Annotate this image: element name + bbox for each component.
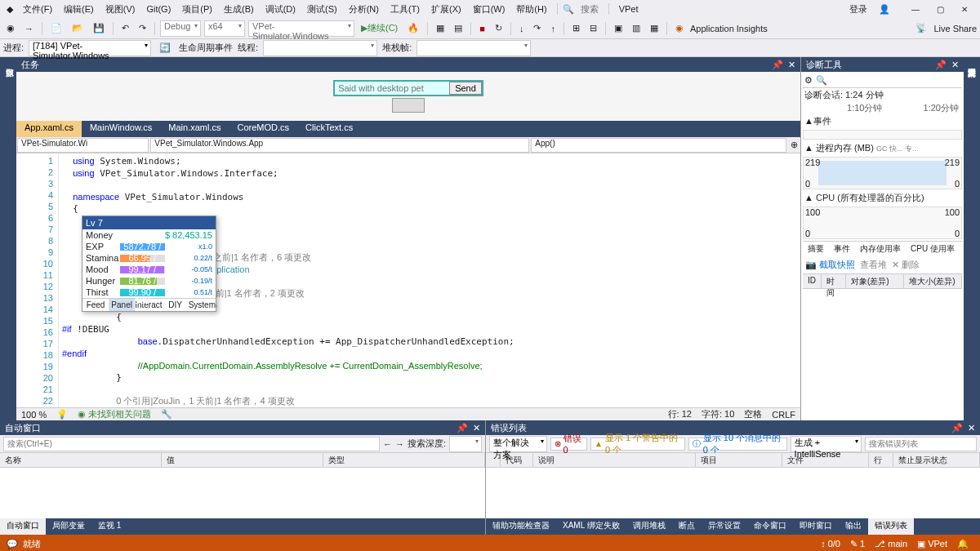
- search-box[interactable]: 搜索: [576, 2, 604, 17]
- menu-debug[interactable]: 调试(D): [261, 2, 301, 17]
- close-icon[interactable]: ✕: [951, 60, 959, 70]
- process-dropdown[interactable]: [7184] VPet-Simulator.Windows: [29, 40, 151, 56]
- nav-project[interactable]: VPet-Simulator.Wi: [17, 138, 149, 153]
- pin-icon[interactable]: 📌: [772, 60, 783, 70]
- errors-badge[interactable]: ⊗ 错误 0: [550, 438, 588, 451]
- build-dropdown[interactable]: 生成 + IntelliSense: [791, 436, 862, 452]
- lifecycle-icon[interactable]: 🔄: [156, 41, 174, 55]
- pin-icon[interactable]: 📌: [951, 423, 963, 433]
- info-badge[interactable]: ⓘ 显示 10 个消息中的 0 个: [688, 438, 787, 451]
- menu-help[interactable]: 帮助(H): [511, 2, 551, 17]
- repo-status[interactable]: ▣ VPet: [912, 539, 952, 549]
- step-out-icon[interactable]: ↑: [547, 22, 559, 35]
- startup-dropdown[interactable]: VPet-Simulator.Windows: [248, 20, 354, 37]
- errlist-body[interactable]: [486, 468, 980, 518]
- menu-view[interactable]: 视图(V): [100, 2, 140, 17]
- new-icon[interactable]: 📄: [47, 21, 65, 35]
- cpu-graph[interactable]: 10010000: [803, 207, 962, 239]
- vpet-stats-overlay[interactable]: Lv 7 Money$ 82,453.15 EXP5872.78 / 4900x…: [82, 216, 216, 312]
- continue-button[interactable]: ▶ 继续(C): [358, 20, 401, 36]
- vtab-r1[interactable]: 解决方案资源管理器: [964, 57, 978, 67]
- spanner-icon[interactable]: 🔧: [161, 409, 172, 420]
- warnings-badge[interactable]: ▲ 显示 1 个警告中的 0 个: [590, 438, 685, 451]
- vtab-1[interactable]: 数据源: [0, 57, 16, 67]
- pen-status[interactable]: ✎ 1: [845, 539, 870, 549]
- code-editor[interactable]: 1234567891011121314151617181920212223242…: [16, 153, 800, 407]
- app-insights[interactable]: Application Insights: [690, 24, 768, 33]
- events-graph[interactable]: [803, 130, 962, 140]
- close-panel-icon[interactable]: ✕: [788, 60, 795, 70]
- tab-clicktext[interactable]: ClickText.cs: [297, 121, 361, 137]
- nav-class[interactable]: VPet_Simulator.Windows.App: [150, 138, 529, 153]
- menu-edit[interactable]: 编辑(E): [59, 2, 99, 17]
- otab-feed[interactable]: Feed: [82, 299, 109, 311]
- branch-status[interactable]: ⎇ main: [870, 539, 912, 549]
- tab-main-xaml[interactable]: Main.xaml.cs: [160, 121, 229, 137]
- menu-window[interactable]: 窗口(W): [468, 2, 510, 17]
- save-icon[interactable]: 💾: [90, 21, 108, 35]
- restart-icon[interactable]: ↻: [492, 21, 506, 35]
- btab-locals[interactable]: 局部变量: [46, 518, 91, 535]
- open-icon[interactable]: 📂: [69, 21, 87, 35]
- dtab-summary[interactable]: 摘要: [803, 242, 829, 256]
- etab-1[interactable]: XAML 绑定失败: [556, 518, 626, 535]
- autos-search[interactable]: [3, 437, 380, 451]
- sign-in[interactable]: 登录: [844, 2, 872, 17]
- btab-watch[interactable]: 监视 1: [91, 518, 127, 535]
- tb-icon-5[interactable]: ▣: [611, 21, 626, 35]
- platform-dropdown[interactable]: x64: [204, 20, 245, 37]
- step-into-icon[interactable]: ↓: [516, 22, 528, 35]
- otab-system[interactable]: System: [189, 299, 216, 311]
- stop-icon[interactable]: ■: [476, 22, 488, 35]
- feedback-icon[interactable]: 💬: [7, 539, 18, 549]
- scope-dropdown[interactable]: 整个解决方案: [489, 436, 547, 452]
- minimize-button[interactable]: —: [903, 2, 928, 16]
- snapshot-link[interactable]: 📷 截取快照: [805, 259, 855, 271]
- nav-method[interactable]: App(): [531, 138, 786, 153]
- step-over-icon[interactable]: ↷: [530, 21, 544, 35]
- diag-zoom-icon[interactable]: 🔍: [816, 75, 827, 86]
- menu-project[interactable]: 项目(P): [177, 2, 217, 17]
- solution-name[interactable]: VPet: [614, 2, 644, 16]
- pet-input[interactable]: [335, 82, 449, 95]
- tb-icon-3[interactable]: ⊞: [569, 21, 583, 35]
- config-dropdown[interactable]: Debug: [160, 20, 201, 37]
- bell-icon[interactable]: 🔔: [952, 539, 973, 549]
- menu-analyze[interactable]: 分析(N): [344, 2, 384, 17]
- hot-reload-icon[interactable]: 🔥: [404, 21, 422, 35]
- nav-fwd-icon[interactable]: →: [21, 22, 37, 35]
- tab-mainwindow[interactable]: MainWindow.cs: [82, 121, 160, 137]
- etab-6[interactable]: 即时窗口: [793, 518, 839, 535]
- pin-icon[interactable]: 📌: [935, 60, 947, 70]
- live-share[interactable]: Live Share: [933, 24, 977, 33]
- etab-8[interactable]: 错误列表: [868, 518, 914, 535]
- liveshare-icon[interactable]: 📡: [912, 21, 930, 35]
- otab-panel[interactable]: Panel: [109, 299, 135, 311]
- pin-icon[interactable]: 📌: [457, 423, 468, 433]
- tab-coremod[interactable]: CoreMOD.cs: [229, 121, 298, 137]
- user-icon[interactable]: 👤: [879, 4, 890, 15]
- etab-4[interactable]: 异常设置: [702, 518, 747, 535]
- split-icon[interactable]: ⊕: [787, 140, 800, 150]
- btab-autos[interactable]: 自动窗口: [0, 518, 46, 535]
- tab-app-xaml-cs[interactable]: App.xaml.cs: [16, 121, 82, 137]
- dtab-cpu[interactable]: CPU 使用率: [906, 242, 960, 256]
- tb-icon-2[interactable]: ▤: [451, 21, 466, 35]
- menu-test[interactable]: 测试(S): [302, 2, 342, 17]
- autos-body[interactable]: [0, 468, 485, 518]
- diag-gear-icon[interactable]: ⚙: [804, 75, 813, 86]
- close-button[interactable]: ✕: [952, 2, 977, 16]
- lightbulb-icon[interactable]: 💡: [56, 409, 68, 420]
- stack-dropdown[interactable]: [416, 40, 531, 56]
- tb-icon-1[interactable]: ▦: [433, 21, 448, 35]
- undo-icon[interactable]: ↶: [118, 21, 132, 35]
- insights-icon[interactable]: ◉: [672, 21, 687, 35]
- tb-icon-4[interactable]: ⊟: [586, 21, 600, 35]
- send-button[interactable]: Send: [449, 82, 482, 95]
- maximize-button[interactable]: ▢: [928, 2, 952, 16]
- etab-0[interactable]: 辅助功能检查器: [486, 518, 556, 535]
- errlist-search[interactable]: [865, 437, 977, 451]
- thread-dropdown[interactable]: [263, 40, 377, 56]
- menu-file[interactable]: 文件(F): [18, 2, 57, 17]
- etab-2[interactable]: 调用堆栈: [626, 518, 672, 535]
